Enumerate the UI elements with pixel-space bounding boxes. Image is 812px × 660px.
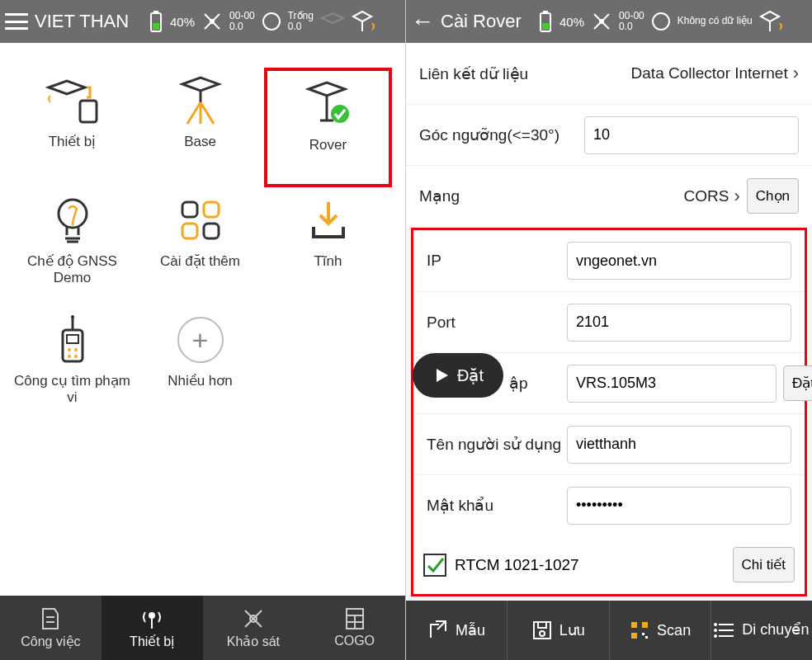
choose-button[interactable]: Chọn bbox=[747, 178, 799, 214]
svg-rect-33 bbox=[543, 11, 548, 13]
svg-rect-11 bbox=[182, 202, 197, 217]
device-screen: VIET THAN 40% 00-000.0 Trống0.0 Thiết bị… bbox=[0, 0, 406, 660]
nav-project[interactable]: Công việc bbox=[0, 596, 102, 660]
calculator-icon bbox=[345, 607, 365, 630]
row-elevation: Góc ngưỡng(<=30°) bbox=[406, 104, 812, 165]
svg-point-19 bbox=[68, 348, 71, 351]
statusbar-left: VIET THAN 40% 00-000.0 Trống0.0 bbox=[0, 0, 405, 43]
tile-device[interactable]: Thiết bị bbox=[8, 68, 136, 187]
plus-icon: + bbox=[177, 317, 224, 363]
elevation-input[interactable] bbox=[584, 116, 799, 154]
status-circle-values: Trống0.0 bbox=[288, 11, 314, 32]
project-title: VIET THAN bbox=[35, 11, 142, 32]
svg-rect-34 bbox=[542, 23, 549, 30]
svg-rect-41 bbox=[631, 622, 637, 628]
satellite-values: 00-000.0 bbox=[619, 11, 644, 32]
svg-point-21 bbox=[68, 355, 71, 358]
save-icon bbox=[531, 620, 553, 641]
btn-template[interactable]: Mẫu bbox=[406, 601, 507, 660]
svg-point-40 bbox=[540, 631, 545, 636]
status-circle-icon bbox=[262, 12, 281, 31]
screen-title: Cài Rover bbox=[441, 11, 531, 32]
row-ip: IP bbox=[413, 230, 805, 291]
port-input[interactable] bbox=[567, 304, 791, 342]
btn-scan[interactable]: Scan bbox=[609, 601, 710, 660]
row-datalink[interactable]: Liên kết dữ liệu Data Collector Internet… bbox=[406, 43, 812, 104]
svg-rect-39 bbox=[538, 622, 546, 628]
satellite-icon bbox=[201, 11, 223, 32]
svg-rect-44 bbox=[642, 633, 644, 635]
form-area: Liên kết dữ liệu Data Collector Internet… bbox=[406, 43, 812, 601]
svg-rect-6 bbox=[80, 101, 97, 122]
svg-rect-42 bbox=[642, 622, 648, 628]
set-button[interactable]: Đặt bbox=[783, 365, 812, 401]
chevron-right-icon: › bbox=[793, 63, 799, 84]
document-icon bbox=[40, 607, 61, 630]
tile-rover[interactable]: Rover bbox=[264, 68, 392, 187]
receiver-dim-icon bbox=[320, 12, 345, 31]
qr-icon bbox=[629, 620, 650, 641]
device-icon bbox=[44, 76, 102, 125]
receiver-signal-icon bbox=[759, 10, 784, 33]
survey-icon bbox=[242, 607, 265, 630]
row-username: Tên người sử dụng bbox=[413, 413, 805, 474]
tile-gnss-demo[interactable]: Chế độ GNSS Demo bbox=[8, 187, 136, 307]
bottom-bar-right: Mẫu Lưu Scan Di chuyển bbox=[406, 601, 812, 660]
rtcm-checkbox[interactable] bbox=[423, 554, 446, 577]
status-circle-values: Không có dữ liệu bbox=[677, 16, 753, 26]
mountpoint-input[interactable] bbox=[567, 365, 777, 403]
svg-point-17 bbox=[71, 315, 74, 318]
svg-rect-45 bbox=[645, 636, 648, 639]
bottom-nav-left: Công việc Thiết bị Khảo sát COGO bbox=[0, 596, 405, 660]
rover-settings-screen: ← Cài Rover 40% 00-000.0 Không có dữ liệ… bbox=[406, 0, 812, 660]
btn-move[interactable]: Di chuyển bbox=[710, 601, 812, 660]
back-icon[interactable]: ← bbox=[411, 8, 434, 35]
nav-cogo[interactable]: COGO bbox=[304, 596, 405, 660]
row-password: Mật khẩu bbox=[413, 474, 805, 535]
password-input[interactable] bbox=[567, 487, 791, 525]
list-icon bbox=[714, 621, 735, 639]
base-icon bbox=[176, 74, 225, 127]
username-input[interactable] bbox=[567, 426, 791, 464]
svg-point-35 bbox=[599, 19, 604, 24]
svg-rect-12 bbox=[204, 202, 219, 217]
chevron-right-icon: › bbox=[734, 186, 739, 207]
antenna-icon bbox=[140, 607, 163, 630]
battery-pct: 40% bbox=[559, 15, 584, 29]
satellite-icon bbox=[591, 11, 612, 32]
tile-base[interactable]: Base bbox=[136, 68, 264, 187]
tile-range-finder[interactable]: Công cụ tìm phạm vi bbox=[8, 307, 136, 427]
ip-input[interactable] bbox=[567, 242, 791, 280]
tile-more-settings[interactable]: Cài đặt thêm bbox=[136, 187, 264, 307]
tile-more[interactable]: + Nhiều hơn bbox=[136, 307, 264, 427]
svg-point-49 bbox=[714, 623, 717, 626]
btn-save[interactable]: Lưu bbox=[507, 601, 608, 660]
export-icon bbox=[427, 620, 449, 641]
tile-static[interactable]: Tĩnh bbox=[264, 187, 392, 307]
fab-set[interactable]: Đặt bbox=[413, 353, 503, 398]
play-icon bbox=[432, 366, 451, 384]
svg-point-20 bbox=[74, 348, 78, 351]
svg-rect-13 bbox=[182, 224, 197, 238]
svg-point-3 bbox=[210, 19, 215, 24]
satellite-values: 00-000.0 bbox=[229, 11, 255, 32]
tile-grid: Thiết bị Base Rover Chế độ GNSS Demo Cài… bbox=[0, 43, 405, 596]
battery-icon bbox=[149, 10, 163, 33]
row-rtcm: RTCM 1021-1027 Chi tiết bbox=[413, 535, 805, 594]
network-value[interactable]: CORS bbox=[684, 187, 729, 205]
check-icon bbox=[425, 555, 445, 575]
menu-icon[interactable] bbox=[5, 13, 28, 30]
svg-rect-2 bbox=[153, 23, 159, 30]
row-network: Mạng CORS › Chọn bbox=[406, 165, 812, 226]
nav-survey[interactable]: Khảo sát bbox=[203, 596, 304, 660]
statusbar-right: ← Cài Rover 40% 00-000.0 Không có dữ liệ… bbox=[406, 0, 812, 43]
nav-device[interactable]: Thiết bị bbox=[102, 596, 203, 660]
svg-point-25 bbox=[149, 612, 155, 619]
svg-point-22 bbox=[74, 355, 78, 358]
detail-button[interactable]: Chi tiết bbox=[733, 547, 795, 582]
svg-point-36 bbox=[653, 13, 669, 30]
svg-rect-14 bbox=[204, 224, 219, 238]
svg-point-4 bbox=[263, 13, 280, 30]
svg-point-9 bbox=[331, 105, 349, 123]
highlighted-network-box: IP Port ập Đặt Tên người sử dụng Mật khẩ… bbox=[411, 228, 807, 596]
